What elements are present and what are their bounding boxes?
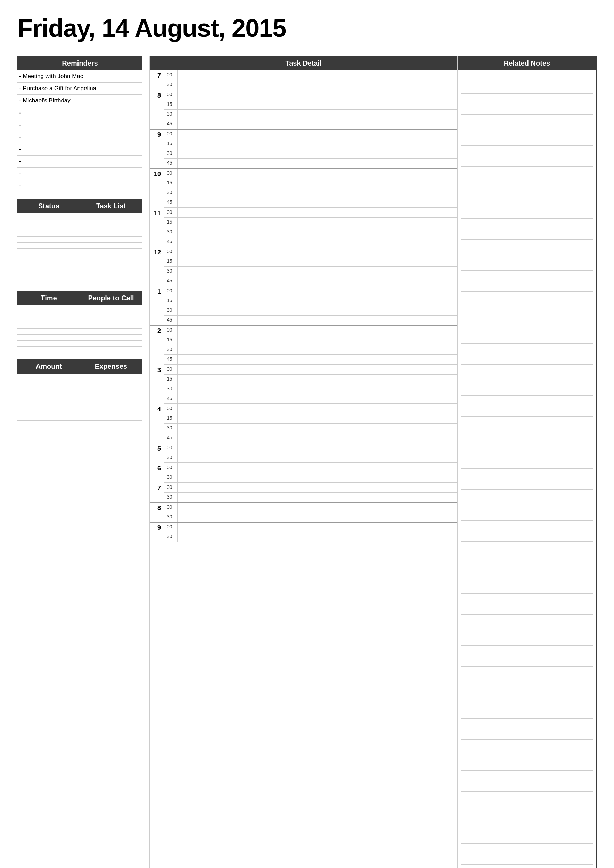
notes-line[interactable] [461, 209, 593, 219]
notes-line[interactable] [461, 751, 593, 760]
time-slot-content[interactable] [177, 522, 457, 532]
notes-line[interactable] [461, 438, 593, 448]
notes-line[interactable] [461, 563, 593, 573]
time-slot-content[interactable] [177, 483, 457, 492]
notes-line[interactable] [461, 584, 593, 594]
notes-line[interactable] [461, 865, 593, 868]
time-slot-content[interactable] [177, 247, 457, 257]
notes-line[interactable] [461, 188, 593, 198]
notes-line[interactable] [461, 84, 593, 94]
notes-line[interactable] [461, 355, 593, 364]
time-slot-content[interactable] [177, 335, 457, 345]
time-slot-content[interactable] [177, 316, 457, 325]
notes-line[interactable] [461, 542, 593, 552]
notes-line[interactable] [461, 626, 593, 636]
notes-line[interactable] [461, 511, 593, 521]
notes-line[interactable] [461, 157, 593, 167]
notes-line[interactable] [461, 115, 593, 125]
notes-line[interactable] [461, 198, 593, 208]
notes-line[interactable] [461, 574, 593, 583]
time-slot-content[interactable] [177, 345, 457, 355]
time-slot-content[interactable] [177, 503, 457, 512]
notes-line[interactable] [461, 240, 593, 250]
time-slot-content[interactable] [177, 100, 457, 109]
time-slot-content[interactable] [177, 296, 457, 305]
time-slot-content[interactable] [177, 267, 457, 276]
time-slot-content[interactable] [177, 394, 457, 403]
notes-line[interactable] [461, 688, 593, 698]
notes-line[interactable] [461, 178, 593, 188]
notes-line[interactable] [461, 219, 593, 229]
notes-line[interactable] [461, 459, 593, 469]
time-slot-content[interactable] [177, 257, 457, 266]
notes-line[interactable] [461, 271, 593, 281]
time-slot-content[interactable] [177, 139, 457, 149]
notes-line[interactable] [461, 292, 593, 302]
notes-line[interactable] [461, 605, 593, 615]
notes-line[interactable] [461, 417, 593, 427]
notes-line[interactable] [461, 490, 593, 500]
notes-line[interactable] [461, 709, 593, 719]
notes-line[interactable] [461, 803, 593, 812]
time-slot-content[interactable] [177, 414, 457, 423]
time-slot-content[interactable] [177, 404, 457, 414]
notes-line[interactable] [461, 657, 593, 666]
time-slot-content[interactable] [177, 365, 457, 374]
notes-line[interactable] [461, 855, 593, 865]
notes-line[interactable] [461, 147, 593, 156]
notes-line[interactable] [461, 230, 593, 240]
notes-line[interactable] [461, 428, 593, 437]
notes-line[interactable] [461, 376, 593, 385]
notes-line[interactable] [461, 719, 593, 729]
notes-line[interactable] [461, 678, 593, 687]
notes-line[interactable] [461, 313, 593, 323]
time-slot-content[interactable] [177, 306, 457, 315]
time-slot-content[interactable] [177, 287, 457, 296]
notes-line[interactable] [461, 532, 593, 542]
notes-line[interactable] [461, 407, 593, 417]
time-slot-content[interactable] [177, 70, 457, 80]
notes-line[interactable] [461, 397, 593, 406]
time-slot-content[interactable] [177, 513, 457, 522]
notes-line[interactable] [461, 615, 593, 625]
notes-line[interactable] [461, 594, 593, 604]
notes-line[interactable] [461, 730, 593, 739]
notes-line[interactable] [461, 74, 593, 83]
time-slot-content[interactable] [177, 198, 457, 207]
notes-line[interactable] [461, 761, 593, 771]
time-slot-content[interactable] [177, 169, 457, 178]
notes-line[interactable] [461, 636, 593, 646]
notes-line[interactable] [461, 449, 593, 458]
time-slot-content[interactable] [177, 423, 457, 433]
notes-line[interactable] [461, 365, 593, 375]
time-slot-content[interactable] [177, 384, 457, 394]
notes-line[interactable] [461, 813, 593, 823]
notes-line[interactable] [461, 521, 593, 531]
time-slot-content[interactable] [177, 228, 457, 237]
time-slot-content[interactable] [177, 375, 457, 384]
notes-line[interactable] [461, 126, 593, 135]
time-slot-content[interactable] [177, 473, 457, 482]
time-slot-content[interactable] [177, 119, 457, 129]
notes-line[interactable] [461, 334, 593, 344]
notes-line[interactable] [461, 470, 593, 479]
time-slot-content[interactable] [177, 433, 457, 443]
notes-line[interactable] [461, 553, 593, 563]
time-slot-content[interactable] [177, 237, 457, 246]
notes-line[interactable] [461, 303, 593, 313]
notes-line[interactable] [461, 845, 593, 854]
notes-line[interactable] [461, 501, 593, 510]
notes-line[interactable] [461, 792, 593, 802]
time-slot-content[interactable] [177, 188, 457, 198]
time-slot-content[interactable] [177, 149, 457, 158]
notes-line[interactable] [461, 324, 593, 333]
time-slot-content[interactable] [177, 80, 457, 90]
notes-line[interactable] [461, 823, 593, 833]
time-slot-content[interactable] [177, 130, 457, 139]
notes-line[interactable] [461, 344, 593, 354]
time-slot-content[interactable] [177, 276, 457, 286]
notes-line[interactable] [461, 95, 593, 104]
notes-line[interactable] [461, 772, 593, 781]
time-slot-content[interactable] [177, 355, 457, 364]
notes-line[interactable] [461, 282, 593, 291]
